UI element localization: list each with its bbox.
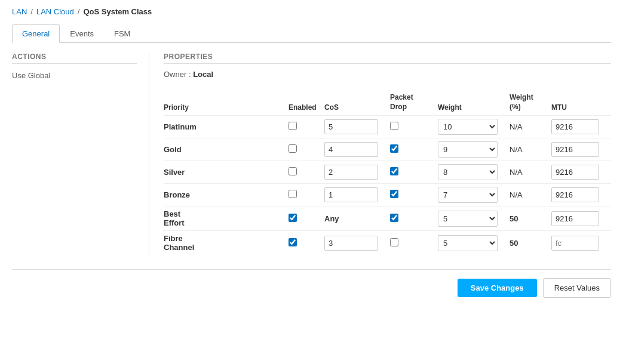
breadcrumb-sep-2: / <box>78 7 80 16</box>
owner-label-text: Owner : <box>164 70 191 79</box>
priority-cell: BestEffort <box>164 206 289 231</box>
packet-drop-cell <box>390 231 438 255</box>
tab-general[interactable]: General <box>12 24 60 43</box>
weight-select[interactable]: 5678910 <box>438 164 498 180</box>
use-global-action[interactable]: Use Global <box>12 69 137 82</box>
packet-drop-checkbox[interactable] <box>390 238 398 246</box>
owner-row: Owner : Local <box>164 70 611 79</box>
mtu-input[interactable] <box>551 236 599 251</box>
tab-events[interactable]: Events <box>60 24 104 43</box>
packet-drop-checkbox[interactable] <box>390 190 398 198</box>
weight-select[interactable]: 5678910 <box>438 235 498 251</box>
mtu-cell <box>551 231 611 255</box>
tab-bar: General Events FSM <box>12 24 611 43</box>
weight-pct-cell: N/A <box>510 161 551 184</box>
th-packet-drop: Packet Drop <box>390 90 438 116</box>
mtu-input[interactable] <box>551 142 599 157</box>
weight-select[interactable]: 5678910 <box>438 187 498 203</box>
enabled-cell <box>289 184 324 206</box>
weight-cell: 5678910 <box>438 116 510 138</box>
th-weight: Weight <box>438 90 510 116</box>
cos-cell <box>324 138 390 161</box>
properties-label: Properties <box>164 53 611 64</box>
packet-drop-checkbox[interactable] <box>390 167 398 175</box>
th-priority: Priority <box>164 90 289 116</box>
mtu-cell <box>551 138 611 161</box>
enabled-checkbox[interactable] <box>289 214 297 222</box>
packet-drop-cell <box>390 161 438 184</box>
weight-pct-cell: N/A <box>510 138 551 161</box>
mtu-input[interactable] <box>551 165 599 180</box>
weight-pct-cell: N/A <box>510 184 551 206</box>
priority-cell: Gold <box>164 138 289 161</box>
cos-input[interactable] <box>324 142 378 157</box>
weight-pct-value: N/A <box>510 190 523 199</box>
weight-pct-cell: 50 <box>510 231 551 255</box>
cos-cell <box>324 184 390 206</box>
enabled-checkbox[interactable] <box>289 167 297 175</box>
enabled-checkbox[interactable] <box>289 144 297 153</box>
breadcrumb-lan-cloud[interactable]: LAN Cloud <box>36 7 74 16</box>
mtu-input[interactable] <box>551 187 599 202</box>
mtu-cell <box>551 116 611 138</box>
weight-pct-value: 50 <box>510 214 518 223</box>
weight-pct-value: N/A <box>510 122 523 131</box>
priority-name: Bronze <box>164 190 190 199</box>
weight-select[interactable]: 5678910 <box>438 211 498 227</box>
table-row: FibreChannel567891050 <box>164 231 611 255</box>
packet-drop-checkbox[interactable] <box>390 122 398 130</box>
enabled-checkbox[interactable] <box>289 190 297 198</box>
mtu-input[interactable] <box>551 119 599 134</box>
tab-fsm[interactable]: FSM <box>104 24 140 43</box>
enabled-checkbox[interactable] <box>289 122 297 130</box>
save-changes-button[interactable]: Save Changes <box>458 279 537 297</box>
properties-panel: Properties Owner : Local Priority Enable… <box>149 53 611 255</box>
enabled-cell <box>289 231 324 255</box>
th-mtu: MTU <box>551 90 611 116</box>
cos-input[interactable] <box>324 119 378 134</box>
cos-cell: Any <box>324 206 390 231</box>
table-row: Platinum5678910N/A <box>164 116 611 138</box>
weight-pct-value: 50 <box>510 239 518 248</box>
mtu-cell <box>551 161 611 184</box>
qos-table: Priority Enabled CoS Packet Drop Weight … <box>164 90 611 255</box>
actions-label: Actions <box>12 53 137 64</box>
enabled-cell <box>289 116 324 138</box>
reset-values-button[interactable]: Reset Values <box>543 278 611 298</box>
cos-input[interactable] <box>324 187 378 202</box>
packet-drop-checkbox[interactable] <box>390 144 398 153</box>
cos-any-text: Any <box>324 214 339 223</box>
footer: Save Changes Reset Values <box>12 269 611 298</box>
th-enabled: Enabled <box>289 90 324 116</box>
packet-drop-cell <box>390 206 438 231</box>
actions-panel: Actions Use Global <box>12 53 149 255</box>
cos-cell <box>324 116 390 138</box>
priority-cell: Bronze <box>164 184 289 206</box>
enabled-cell <box>289 138 324 161</box>
breadcrumb-current: QoS System Class <box>83 7 152 16</box>
enabled-cell <box>289 206 324 231</box>
packet-drop-cell <box>390 184 438 206</box>
mtu-cell <box>551 184 611 206</box>
weight-cell: 5678910 <box>438 161 510 184</box>
cos-input[interactable] <box>324 236 378 251</box>
packet-drop-checkbox[interactable] <box>390 214 398 222</box>
enabled-checkbox[interactable] <box>289 238 297 246</box>
breadcrumb-lan[interactable]: LAN <box>12 7 27 16</box>
weight-cell: 5678910 <box>438 231 510 255</box>
weight-cell: 5678910 <box>438 138 510 161</box>
cos-cell <box>324 161 390 184</box>
cos-cell <box>324 231 390 255</box>
weight-select[interactable]: 5678910 <box>438 141 498 158</box>
table-row: BestEffortAny567891050 <box>164 206 611 231</box>
mtu-input[interactable] <box>551 211 599 226</box>
owner-value: Local <box>193 70 213 79</box>
table-row: Bronze5678910N/A <box>164 184 611 206</box>
table-row: Silver5678910N/A <box>164 161 611 184</box>
priority-name: Gold <box>164 145 182 154</box>
priority-name: BestEffort <box>164 209 284 227</box>
cos-input[interactable] <box>324 165 378 180</box>
priority-name: Silver <box>164 168 185 177</box>
packet-drop-cell <box>390 138 438 161</box>
weight-select[interactable]: 5678910 <box>438 119 498 135</box>
